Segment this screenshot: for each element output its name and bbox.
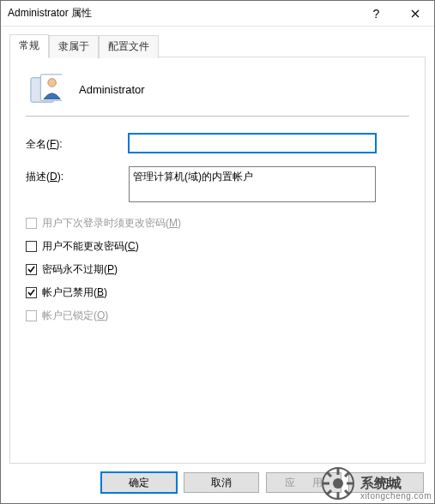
tab-label: 配置文件 xyxy=(108,40,149,52)
tab-label: 常规 xyxy=(19,39,39,51)
checkbox-label: 密码永不过期(P) xyxy=(42,262,118,277)
checkbox-box xyxy=(26,264,37,275)
tab-memberof[interactable]: 隶属于 xyxy=(49,35,99,58)
titlebar: Administrator 属性 ? xyxy=(1,1,434,27)
tab-panel-general: Administrator 全名(F): 描述(D): 管理计算机(域)的内置帐… xyxy=(9,57,426,464)
checkbox-box xyxy=(26,218,37,229)
description-row: 描述(D): 管理计算机(域)的内置帐户 xyxy=(26,166,409,202)
description-input[interactable]: 管理计算机(域)的内置帐户 xyxy=(129,166,376,202)
divider xyxy=(26,116,409,117)
dialog-buttons: 确定 取消 应 用 帮助 xyxy=(1,464,434,503)
properties-dialog: Administrator 属性 ? 常规 隶属于 配置文件 xyxy=(0,0,435,504)
description-label: 描述(D): xyxy=(26,166,129,184)
ok-button[interactable]: 确定 xyxy=(101,472,177,493)
checkbox-label: 帐户已锁定(O) xyxy=(42,309,108,323)
checkbox-box xyxy=(26,241,37,252)
client-area: 常规 隶属于 配置文件 Administrator 全名(F): xyxy=(1,27,434,464)
checkbox-label: 帐户已禁用(B) xyxy=(42,285,107,300)
username-display: Administrator xyxy=(79,83,145,96)
checkbox-disabled[interactable]: 帐户已禁用(B) xyxy=(26,285,409,300)
window-title: Administrator 属性 xyxy=(1,6,357,21)
checkbox-never_expire[interactable]: 密码永不过期(P) xyxy=(26,262,409,277)
fullname-row: 全名(F): xyxy=(26,134,409,153)
tab-profile[interactable]: 配置文件 xyxy=(99,35,159,58)
svg-point-2 xyxy=(48,79,57,87)
fullname-input[interactable] xyxy=(129,134,376,153)
checkbox-cannot_change[interactable]: 用户不能更改密码(C) xyxy=(26,239,409,254)
close-button[interactable] xyxy=(396,1,434,27)
cancel-button[interactable]: 取消 xyxy=(184,472,259,493)
close-icon xyxy=(411,9,420,18)
apply-button[interactable]: 应 用 xyxy=(266,472,341,493)
checkbox-label: 用户下次登录时须更改密码(M) xyxy=(42,216,181,231)
fullname-label: 全名(F): xyxy=(26,134,129,152)
checkbox-box xyxy=(26,310,37,321)
checkbox-box xyxy=(26,287,37,298)
header-row: Administrator xyxy=(26,73,409,105)
tab-general[interactable]: 常规 xyxy=(9,34,49,57)
help-button[interactable]: ? xyxy=(357,1,396,27)
checkbox-label: 用户不能更改密码(C) xyxy=(42,239,139,254)
checkbox-must_change: 用户下次登录时须更改密码(M) xyxy=(26,216,409,231)
tabstrip: 常规 隶属于 配置文件 xyxy=(9,33,426,57)
user-head-icon xyxy=(29,73,62,105)
tab-label: 隶属于 xyxy=(58,40,89,52)
help-dialog-button[interactable]: 帮助 xyxy=(348,472,424,493)
checkbox-locked: 帐户已锁定(O) xyxy=(26,309,409,323)
